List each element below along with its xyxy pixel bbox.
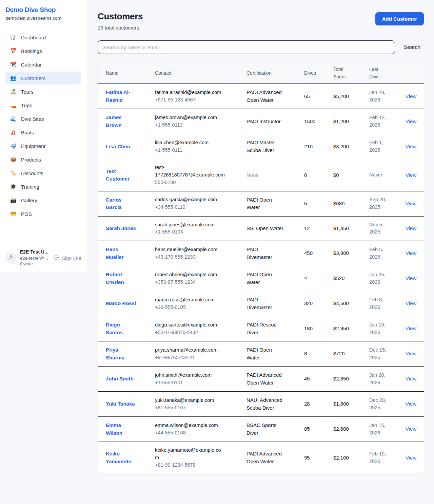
- table-row: Keiko Yamamotokeiko.yamamoto@example.com…: [98, 442, 424, 474]
- view-link[interactable]: View: [406, 225, 416, 231]
- sidebar-item-label: Tours: [21, 89, 34, 95]
- customer-total-spent: $3,200: [325, 134, 361, 159]
- customer-name-link[interactable]: Emma Wilson: [106, 422, 122, 436]
- customer-name-link[interactable]: Keiko Yamamoto: [106, 451, 132, 464]
- sidebar-item-dive-sites[interactable]: 🌊Dive Sites: [5, 112, 81, 125]
- table-row: Sarah Jonessarah.jones@example.com+1-555…: [98, 216, 424, 241]
- customer-certification: BSAC Sports Diver: [238, 417, 296, 442]
- sidebar-nav: 📊Dashboard📅Bookings📆Calendar👥Customers🏝️…: [0, 26, 87, 244]
- table-row: Hans Muellerhans.mueller@example.com+49-…: [98, 241, 424, 266]
- view-link[interactable]: View: [406, 300, 416, 306]
- customer-last-dive: Nov 5, 2025: [361, 216, 397, 241]
- customer-email: robert.obrien@example.com: [155, 271, 225, 279]
- sidebar-item-label: Products: [21, 157, 41, 163]
- customer-email: diego.santos@example.com: [155, 321, 225, 329]
- dive-sites-icon: 🌊: [9, 116, 17, 122]
- table-row: Robert O'Brienrobert.obrien@example.com+…: [98, 266, 424, 291]
- customer-certification: PADI Open Water: [238, 341, 296, 367]
- customer-total-spent: $2,100: [325, 442, 361, 474]
- discounts-icon: 🏷️: [9, 170, 17, 176]
- customer-name-link[interactable]: Marco Rossi: [106, 300, 136, 306]
- customer-dives: 95: [296, 442, 325, 474]
- customer-certification: PADI Instructor: [238, 109, 296, 134]
- customer-last-dive: Feb 5, 2026: [361, 241, 397, 266]
- user-meta: E2E Test U... e2e-tester@... Owner: [20, 249, 51, 267]
- sidebar-item-customers[interactable]: 👥Customers: [5, 72, 81, 85]
- gallery-icon: 📸: [9, 197, 17, 203]
- view-link[interactable]: View: [406, 201, 416, 206]
- view-link[interactable]: View: [406, 118, 416, 124]
- customer-certification: SSI Open Water: [238, 216, 296, 241]
- customer-dives: 45: [296, 367, 325, 392]
- sidebar-item-label: Equipment: [21, 143, 45, 149]
- customer-dives: 320: [296, 291, 325, 316]
- customer-name-link[interactable]: James Brown: [106, 114, 122, 128]
- sidebar-item-training[interactable]: 🎓Training: [5, 180, 81, 193]
- view-link[interactable]: View: [406, 376, 416, 381]
- customer-name-link[interactable]: Fatima Al-Rashid: [106, 89, 130, 103]
- customer-name-link[interactable]: Lisa Chen: [106, 144, 130, 149]
- column-header-actions: [397, 63, 424, 84]
- view-link[interactable]: View: [406, 172, 416, 178]
- sidebar-item-pos[interactable]: 💳POS: [5, 207, 81, 220]
- customer-name-link[interactable]: Diego Santos: [106, 322, 123, 335]
- table-head: NameContactCertificationDivesTotal Spent…: [98, 63, 424, 84]
- sidebar-item-boats[interactable]: ⛵Boats: [5, 126, 81, 139]
- view-link[interactable]: View: [406, 426, 416, 432]
- customer-name-link[interactable]: Priya Sharma: [106, 347, 124, 360]
- customer-certification: PADI Advanced Open Water: [238, 442, 296, 474]
- sidebar: Demo Dive Shop demo.test.divestreams.com…: [0, 0, 87, 272]
- sidebar-item-label: Customers: [21, 75, 46, 81]
- sidebar-item-trips[interactable]: 🚤Trips: [5, 99, 81, 112]
- customer-email: james.brown@example.com: [155, 114, 225, 122]
- customer-name-link[interactable]: Yuki Tanaka: [106, 401, 135, 407]
- search-row: Search: [98, 40, 424, 54]
- customer-email: carlos.garcia@example.com: [155, 196, 225, 204]
- sidebar-item-gallery[interactable]: 📸Gallery: [5, 194, 81, 207]
- view-link[interactable]: View: [406, 144, 416, 149]
- customer-total-spent: $2,950: [325, 316, 361, 341]
- add-customer-button[interactable]: Add Customer: [375, 12, 424, 25]
- sidebar-item-calendar[interactable]: 📆Calendar: [5, 58, 81, 71]
- customer-name-link[interactable]: Robert O'Brien: [106, 272, 124, 285]
- customer-certification: PADI Open Water: [238, 191, 296, 216]
- view-link[interactable]: View: [406, 325, 416, 331]
- column-header-name: Name: [98, 63, 147, 84]
- customer-phone: +49-170-555-2233: [155, 254, 225, 261]
- search-input[interactable]: [98, 40, 395, 54]
- view-link[interactable]: View: [406, 250, 416, 256]
- sidebar-item-dashboard[interactable]: 📊Dashboard: [5, 31, 81, 44]
- customer-name-link[interactable]: Hans Mueller: [106, 246, 124, 260]
- customer-last-dive: Dec 28, 2025: [361, 392, 397, 417]
- sidebar-item-equipment[interactable]: 🤿Equipment: [5, 139, 81, 152]
- table-row: Emma Wilsonemma.wilson@example.com+44-55…: [98, 417, 424, 442]
- customer-phone: +1-555-0103: [155, 228, 225, 236]
- table-row: Priya Sharmapriya.sharma@example.com+91-…: [98, 341, 424, 367]
- sidebar-item-products[interactable]: 📦Products: [5, 153, 81, 166]
- view-link[interactable]: View: [406, 275, 416, 281]
- tours-icon: 🏝️: [9, 89, 17, 95]
- customer-name-link[interactable]: Carlos Garcia: [106, 197, 122, 210]
- customer-dives: 4: [296, 266, 325, 291]
- sidebar-item-label: Gallery: [21, 198, 37, 203]
- view-link[interactable]: View: [406, 455, 416, 461]
- view-link[interactable]: View: [406, 351, 416, 356]
- search-button[interactable]: Search: [400, 44, 424, 50]
- user-email: e2e-tester@...: [20, 255, 51, 261]
- customer-name-link[interactable]: Sarah Jones: [106, 225, 136, 231]
- view-link[interactable]: View: [406, 93, 416, 99]
- sidebar-item-discounts[interactable]: 🏷️Discounts: [5, 167, 81, 180]
- customer-phone: +971-55-123-4567: [155, 96, 225, 104]
- customer-name-link[interactable]: Test Customer: [106, 168, 130, 182]
- sidebar-item-tours[interactable]: 🏝️Tours: [5, 85, 81, 98]
- table-row: Fatima Al-Rashidfatima.alrashid@example.…: [98, 84, 424, 109]
- customer-name-link[interactable]: John Smith: [106, 376, 134, 381]
- sign-out-button[interactable]: Sign Out: [54, 255, 81, 261]
- sidebar-item-bookings[interactable]: 📅Bookings: [5, 44, 81, 57]
- trips-icon: 🚤: [9, 102, 17, 108]
- customer-total-spent: $1,450: [325, 216, 361, 241]
- customer-total-spent: $1,200: [325, 109, 361, 134]
- page-header: Customers 15 total customers Add Custome…: [98, 11, 424, 31]
- view-link[interactable]: View: [406, 401, 416, 407]
- page-title: Customers: [98, 11, 143, 22]
